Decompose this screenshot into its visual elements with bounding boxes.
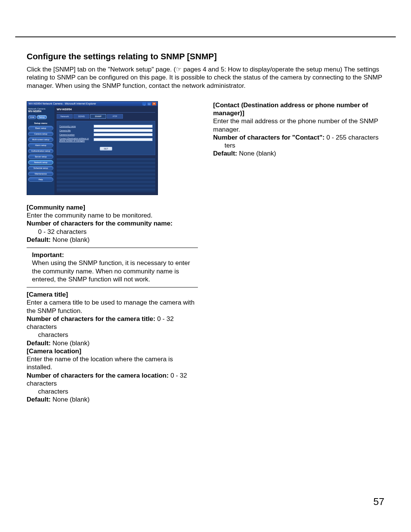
- camera-title-default-value: None (blank): [51, 340, 89, 347]
- camera-location-default-value: None (blank): [51, 396, 89, 403]
- page-title: Configure the settings relating to SNMP …: [27, 52, 384, 62]
- community-default-label: Default:: [27, 236, 51, 243]
- camera-location-heading: [Camera location]: [27, 348, 81, 355]
- community-limit-value: 0 - 32 characters: [27, 228, 87, 235]
- page-number: 57: [373, 496, 384, 508]
- tab-snmp[interactable]: SNMP: [90, 114, 106, 119]
- nav-multiscreen-setup[interactable]: Multi-screen setup: [28, 137, 53, 142]
- camera-title-default-label: Default:: [27, 340, 51, 347]
- nav-authentication-setup[interactable]: Authentication setup: [28, 149, 53, 153]
- main-title: WV-NS954: [57, 108, 155, 113]
- tab-network[interactable]: Network: [57, 114, 73, 119]
- important-body: When using the SNMP function, it is nece…: [32, 259, 190, 283]
- community-limit-label: Number of characters for the community n…: [27, 220, 173, 227]
- window-close-icon[interactable]: ✕: [152, 102, 156, 105]
- camera-location-limit-label: Number of characters for the camera loca…: [27, 372, 169, 379]
- nav-camera-setup[interactable]: Camera setup: [28, 132, 53, 136]
- field-label-camera-title: Camera title: [59, 129, 92, 132]
- field-input-community[interactable]: [94, 125, 153, 128]
- brand-subtitle: Network Camera: [28, 108, 45, 110]
- camera-title-desc: Enter a camera title to be used to manag…: [27, 299, 194, 314]
- contact-default-label: Default:: [213, 150, 237, 157]
- nav-help[interactable]: Help: [28, 177, 53, 182]
- set-button[interactable]: SET: [100, 147, 113, 151]
- nav-schedule-setup[interactable]: Schedule setup: [28, 166, 53, 170]
- contact-limit-value: 0 - 255 characters: [325, 134, 379, 141]
- nav-network-setup[interactable]: Network setup: [28, 160, 53, 165]
- intro-paragraph: Click the [SNMP] tab on the "Network set…: [27, 65, 384, 90]
- nav-alarm-setup[interactable]: Alarm setup: [28, 143, 53, 148]
- important-rule-bottom: [27, 287, 198, 287]
- community-default-value: None (blank): [51, 236, 89, 243]
- community-heading: [Community name]: [27, 204, 85, 211]
- nav-maintenance[interactable]: Maintenance: [28, 172, 53, 176]
- field-label-contact: Contact (Destination address or phone nu…: [59, 137, 92, 142]
- camera-title-limit-label: Number of characters for the camera titl…: [27, 315, 155, 322]
- setup-screenshot: WV-NS954 Network Camera - Microsoft Inte…: [27, 101, 198, 195]
- window-minimize-icon[interactable]: _: [142, 102, 146, 105]
- nav-server-setup[interactable]: Server setup: [28, 154, 53, 159]
- brand-block: Network Camera WV-NS954: [28, 108, 53, 113]
- contact-desc: Enter the mail address or the phone numb…: [213, 118, 378, 133]
- important-rule-top: [27, 248, 198, 248]
- field-input-camera-title[interactable]: [94, 129, 153, 132]
- camera-location-desc: Enter the name of the location where the…: [27, 356, 173, 371]
- important-heading: Important:: [32, 251, 64, 259]
- setup-button[interactable]: Setup: [37, 115, 47, 119]
- setup-menu-heading: Setup menu: [28, 122, 53, 124]
- tab-ddns[interactable]: DDNS: [73, 114, 89, 119]
- contact-limit-label: Number of characters for "Contact":: [213, 134, 325, 141]
- camera-location-limit-cont: characters: [27, 388, 68, 395]
- contact-heading: [Contact (Destination address or phone n…: [213, 102, 368, 117]
- field-input-camera-location[interactable]: [94, 133, 153, 136]
- content-area-empty: [57, 158, 155, 192]
- window-title: WV-NS954 Network Camera - Microsoft Inte…: [29, 102, 96, 105]
- live-button[interactable]: Live: [28, 115, 36, 119]
- contact-limit-cont: ters: [213, 142, 235, 149]
- brand-model: WV-NS954: [28, 110, 41, 113]
- tab-ftp[interactable]: FTP: [107, 114, 123, 119]
- nav-basic-setup[interactable]: Basic setup: [28, 126, 53, 130]
- community-desc: Enter the community name to be monitored…: [27, 212, 153, 219]
- field-input-contact[interactable]: [94, 138, 153, 141]
- contact-default-value: None (blank): [237, 150, 276, 157]
- camera-location-default-label: Default:: [27, 396, 51, 403]
- window-maximize-icon[interactable]: ◻: [147, 102, 151, 105]
- camera-title-limit-cont: characters: [27, 331, 68, 338]
- field-label-camera-location: Camera location: [59, 133, 92, 136]
- window-titlebar: WV-NS954 Network Camera - Microsoft Inte…: [27, 102, 158, 106]
- field-label-community: Community name: [59, 125, 92, 127]
- camera-title-heading: [Camera title]: [27, 291, 68, 298]
